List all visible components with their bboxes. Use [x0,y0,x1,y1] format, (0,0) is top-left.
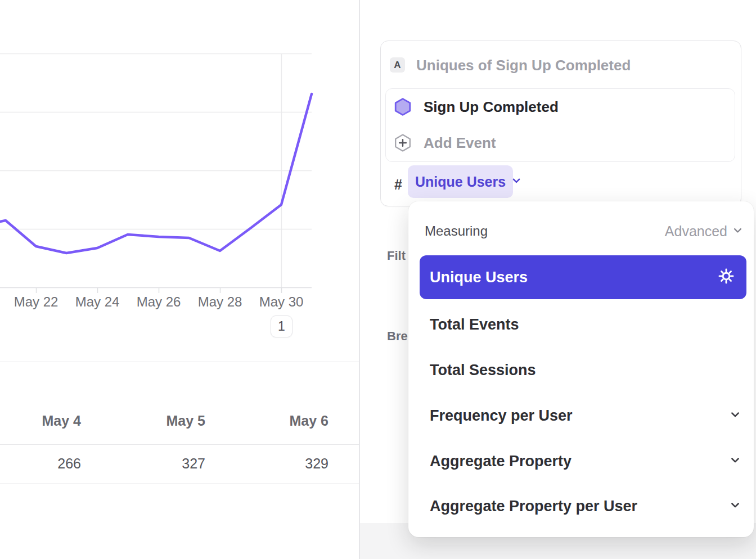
chevron-down-icon [730,454,741,468]
results-table: May 4 May 5 May 6 266 327 329 [0,362,359,483]
series-letter-badge: A [390,57,405,73]
menu-item-unique-users-selected[interactable]: Unique Users [420,255,746,299]
menu-item-total-sessions[interactable]: Total Sessions [408,348,754,393]
chevron-down-icon [730,409,741,422]
x-axis-tick-label: May 30 [250,294,312,310]
chevron-down-icon [511,175,521,188]
metric-prefix: # [394,176,402,193]
chart-pane: May 22 May 24 May 26 May 28 May 30 1 May… [0,0,360,559]
menu-item-label: Frequency per User [430,407,573,425]
table-value-cell: 329 [205,455,328,472]
menu-item-label: Aggregate Property per User [430,498,637,515]
menu-item-total-events[interactable]: Total Events [408,302,754,347]
measuring-dropdown-menu: Measuring Advanced Unique Users [408,201,754,537]
menu-item-label: Total Events [430,316,519,333]
add-event-button[interactable]: Add Event [424,134,496,152]
x-axis-tick-label: May 28 [189,294,251,310]
event-row[interactable]: Sign Up Completed [424,98,559,116]
advanced-mode-select[interactable]: Advanced [665,223,743,239]
series-card: A Uniques of Sign Up Completed Sign Up C… [380,40,741,206]
menu-item-label: Total Sessions [430,362,536,379]
event-hexagon-icon [394,98,411,118]
pagination-badge[interactable]: 1 [271,315,292,337]
menu-item-aggregate-property[interactable]: Aggregate Property [408,439,754,484]
table-bottom-border [0,483,359,484]
table-header-cell: May 5 [82,412,205,429]
measuring-label: Measuring [425,223,488,239]
table-header-cell: May 4 [0,412,81,429]
event-group-card: Sign Up Completed Add Event [385,88,735,162]
breakdown-section-label: Bre [387,330,408,343]
x-axis-tick-label: May 22 [5,294,67,310]
x-axis-tick-label: May 26 [128,294,190,310]
query-builder-pane: A Uniques of Sign Up Completed Sign Up C… [360,0,756,559]
table-header-cell: May 6 [205,412,328,429]
table-value-cell: 327 [82,455,205,472]
advanced-mode-value: Advanced [665,223,727,239]
chevron-down-icon [730,499,741,513]
series-title: Uniques of Sign Up Completed [416,57,631,73]
menu-item-frequency-per-user[interactable]: Frequency per User [408,393,754,438]
menu-item-label: Aggregate Property [430,453,572,470]
line-chart[interactable] [0,53,360,296]
gear-icon[interactable] [718,268,734,286]
menu-item-label: Unique Users [430,269,528,286]
add-event-icon [394,134,411,154]
chevron-down-icon [732,225,743,238]
measurement-dropdown-trigger[interactable]: Unique Users [408,165,513,198]
table-row-separator [0,444,359,445]
measurement-value: Unique Users [415,174,506,190]
app-screen: May 22 May 24 May 26 May 28 May 30 1 May… [0,0,756,559]
menu-item-aggregate-property-per-user[interactable]: Aggregate Property per User [408,484,754,529]
x-axis-tick-label: May 24 [66,294,128,310]
filter-section-label: Filt [387,249,406,263]
table-value-cell: 266 [0,455,81,472]
